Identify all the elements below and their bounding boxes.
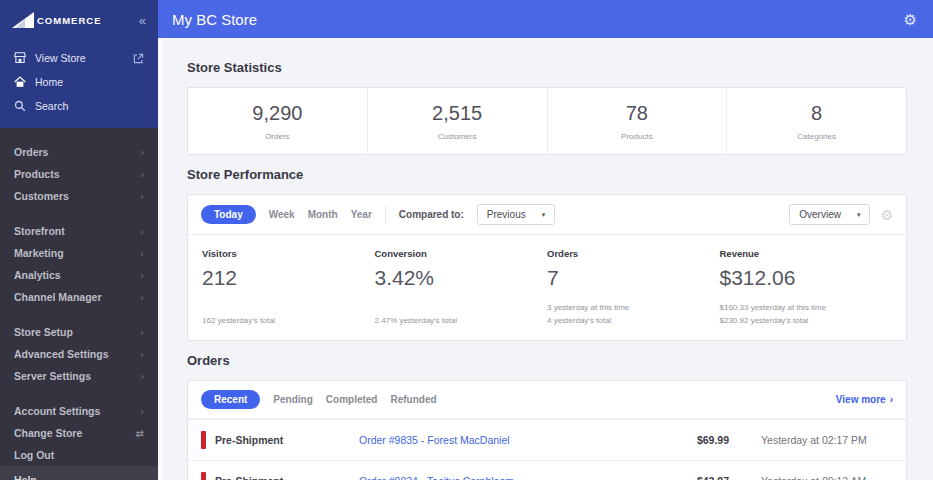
sidebar-item-advanced-settings[interactable]: Advanced Settings › xyxy=(0,343,158,365)
stat-value: 9,290 xyxy=(188,102,367,125)
sidebar-item-label: View Store xyxy=(35,52,86,64)
sidebar-item-server-settings[interactable]: Server Settings › xyxy=(0,365,158,387)
settings-gear-icon[interactable]: ⚙ xyxy=(904,12,917,27)
sidebar-item-label: Storefront xyxy=(14,225,65,237)
sidebar-item-search[interactable]: Search xyxy=(0,94,158,118)
tab-year[interactable]: Year xyxy=(351,209,372,220)
bigcommerce-logo-icon xyxy=(12,12,34,28)
chevron-down-icon: ▾ xyxy=(542,211,546,219)
sidebar-item-label: Server Settings xyxy=(14,370,91,382)
sidebar-collapse-icon[interactable]: « xyxy=(139,14,146,27)
sidebar-item-view-store[interactable]: View Store xyxy=(0,46,158,70)
stat-label: Categories xyxy=(727,132,906,141)
stat-customers[interactable]: 2,515 Customers xyxy=(368,88,548,154)
chevron-right-icon: › xyxy=(140,147,144,158)
sidebar-item-channel-manager[interactable]: Channel Manager › xyxy=(0,286,158,308)
sidebar-item-label: Channel Manager xyxy=(14,291,102,303)
help-section[interactable]: Help Support Pin: 888888 ▴ xyxy=(0,466,158,480)
order-link[interactable]: Order #9835 - Forest MacDaniel xyxy=(359,434,654,446)
metric-orders: Orders 7 3 yesterday at this time 4 yest… xyxy=(547,248,720,328)
metric-sub-current: $160.33 yesterday at this time xyxy=(720,302,883,315)
stat-products[interactable]: 78 Products xyxy=(548,88,728,154)
nav-group-storefront: Storefront › Marketing › Analytics › Cha… xyxy=(0,220,158,308)
chevron-right-icon: › xyxy=(140,226,144,237)
tab-refunded[interactable]: Refunded xyxy=(390,394,436,405)
stat-label: Products xyxy=(548,132,727,141)
stat-categories[interactable]: 8 Categories xyxy=(727,88,906,154)
nav-group-commerce: Orders › Products › Customers › xyxy=(0,141,158,207)
order-row[interactable]: Pre-Shipment Order #9835 - Forest MacDan… xyxy=(188,419,906,460)
sidebar-item-home[interactable]: Home xyxy=(0,70,158,94)
chevron-right-icon: › xyxy=(140,270,144,281)
sidebar-item-label: Change Store xyxy=(14,427,82,439)
sidebar-item-customers[interactable]: Customers › xyxy=(0,185,158,207)
order-status: Pre-Shipment xyxy=(201,472,359,480)
tab-recent[interactable]: Recent xyxy=(201,390,260,409)
order-row[interactable]: Pre-Shipment Order #9834 - Tacitus Cornb… xyxy=(188,460,906,480)
chevron-right-icon: › xyxy=(140,248,144,259)
compared-to-label: Compared to: xyxy=(399,209,464,220)
chevron-right-icon: › xyxy=(140,327,144,338)
tab-pending[interactable]: Pending xyxy=(273,394,312,405)
main-area: My BC Store ⚙ Store Statistics 9,290 Ord… xyxy=(158,0,933,480)
chevron-right-icon: › xyxy=(140,406,144,417)
stat-value: 78 xyxy=(548,102,727,125)
order-link[interactable]: Order #9834 - Tacitus Cornbloom xyxy=(359,475,654,480)
sidebar-item-orders[interactable]: Orders › xyxy=(0,141,158,163)
stat-value: 2,515 xyxy=(368,102,547,125)
tab-week[interactable]: Week xyxy=(269,209,295,220)
chevron-down-icon: ▾ xyxy=(857,211,861,219)
chevron-right-icon: › xyxy=(140,371,144,382)
sidebar-item-change-store[interactable]: Change Store ⇄ xyxy=(0,422,158,444)
sidebar-item-label: Account Settings xyxy=(14,405,100,417)
metric-sub-total: 4 yesterday's total xyxy=(547,315,710,328)
sidebar-item-label: Orders xyxy=(14,146,48,158)
sidebar-item-analytics[interactable]: Analytics › xyxy=(0,264,158,286)
tab-today[interactable]: Today xyxy=(201,205,256,224)
performance-metrics: Visitors 212 162 yesterday's total Conve… xyxy=(188,235,906,340)
sidebar-item-products[interactable]: Products › xyxy=(0,163,158,185)
performance-gear-icon[interactable]: ⚙ xyxy=(880,208,893,222)
top-header: My BC Store ⚙ xyxy=(158,0,933,38)
metric-label: Visitors xyxy=(202,248,365,259)
sidebar-item-label: Products xyxy=(14,168,60,180)
order-amount: $69.99 xyxy=(654,434,729,446)
view-more-link[interactable]: View more › xyxy=(836,394,893,405)
external-link-icon xyxy=(133,53,144,64)
order-time: Yesterday at 02:17 PM xyxy=(761,434,867,446)
sidebar-item-account-settings[interactable]: Account Settings › xyxy=(0,400,158,422)
order-time: Yesterday at 09:13 AM xyxy=(761,475,866,480)
stat-label: Orders xyxy=(188,132,367,141)
order-status: Pre-Shipment xyxy=(201,431,359,449)
search-icon xyxy=(14,100,26,112)
status-label: Pre-Shipment xyxy=(215,475,283,480)
status-color-bar xyxy=(201,431,206,449)
stat-label: Customers xyxy=(368,132,547,141)
overview-select[interactable]: Overview ▾ xyxy=(789,204,870,225)
change-store-icon: ⇄ xyxy=(136,428,144,439)
tab-completed[interactable]: Completed xyxy=(326,394,378,405)
sidebar-nav: Orders › Products › Customers › Storefro… xyxy=(0,128,158,466)
compared-to-select[interactable]: Previous ▾ xyxy=(477,204,555,225)
metric-sub-current: 3 yesterday at this time xyxy=(547,302,710,315)
stat-value: 8 xyxy=(727,102,906,125)
store-statistics-card: 9,290 Orders 2,515 Customers 78 Products… xyxy=(187,87,907,155)
dashboard-content: Store Statistics 9,290 Orders 2,515 Cust… xyxy=(163,38,933,480)
tab-month[interactable]: Month xyxy=(308,209,338,220)
metric-value: 7 xyxy=(547,266,710,290)
sidebar: COMMERCE « View Store Home xyxy=(0,0,158,480)
store-performance-heading: Store Performance xyxy=(187,167,907,182)
store-statistics-heading: Store Statistics xyxy=(187,60,907,75)
sidebar-item-store-setup[interactable]: Store Setup › xyxy=(0,321,158,343)
sidebar-item-marketing[interactable]: Marketing › xyxy=(0,242,158,264)
metric-value: 3.42% xyxy=(375,266,538,290)
stat-orders[interactable]: 9,290 Orders xyxy=(188,88,368,154)
metric-value: $312.06 xyxy=(720,266,883,290)
nav-group-settings: Store Setup › Advanced Settings › Server… xyxy=(0,321,158,387)
store-performance-card: Today Week Month Year Compared to: Previ… xyxy=(187,194,907,341)
sidebar-item-log-out[interactable]: Log Out xyxy=(0,444,158,466)
chevron-right-icon: › xyxy=(140,169,144,180)
metric-label: Conversion xyxy=(375,248,538,259)
sidebar-item-storefront[interactable]: Storefront › xyxy=(0,220,158,242)
metric-conversion: Conversion 3.42% 2.47% yesterday's total xyxy=(375,248,548,328)
